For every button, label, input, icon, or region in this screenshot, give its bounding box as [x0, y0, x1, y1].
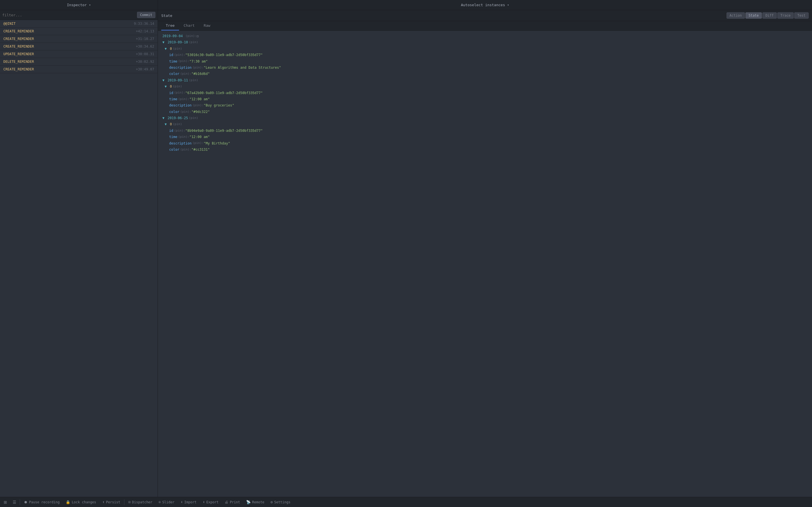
dispatcher-label: Dispatcher: [132, 500, 152, 504]
tree-line[interactable]: time (pin): "12:00 am": [158, 96, 812, 102]
tree-arrow[interactable]: ▼: [165, 46, 168, 52]
event-item[interactable]: CREATE_REMINDER +31:10.27: [0, 35, 158, 43]
settings-icon: ⚙: [271, 500, 273, 504]
tree-arrow[interactable]: ▼: [162, 40, 166, 45]
persist-icon: ⬆: [102, 500, 105, 504]
tree-line[interactable]: color (pin): "#9dc322": [158, 109, 812, 115]
tab-btn-trace[interactable]: Trace: [777, 12, 794, 18]
view-tab-chart[interactable]: Chart: [179, 21, 199, 31]
settings-label: Settings: [274, 500, 290, 504]
event-list: @@INIT 9:33:36.14 CREATE_REMINDER +42:14…: [0, 20, 158, 497]
import-label: Import: [185, 500, 197, 504]
tree-line[interactable]: color (pin): "#b16d6d": [158, 71, 812, 77]
autoselect-header: Autoselect instances ▾: [158, 0, 812, 10]
state-title: State: [161, 13, 172, 18]
tab-btn-test[interactable]: Test: [794, 12, 809, 18]
event-item[interactable]: CREATE_REMINDER +30:34.62: [0, 43, 158, 50]
grid-icon-button[interactable]: ⊞: [1, 498, 10, 506]
filter-input[interactable]: [2, 13, 137, 17]
tab-buttons: ActionStateDiffTraceTest: [726, 12, 809, 18]
import-button[interactable]: ⬇ Import: [178, 499, 199, 505]
slider-icon: ⊙: [159, 500, 161, 504]
event-item[interactable]: CREATE_REMINDER +42:14.13: [0, 27, 158, 35]
list-icon: ☰: [13, 500, 16, 504]
right-panel-header: State ActionStateDiffTraceTest: [158, 10, 812, 21]
tree-content: 2019-09-04 (pin): ☐▼ 2019-09-10 (pin)▼ 0…: [158, 31, 812, 497]
separator-2: [124, 499, 124, 505]
tree-line[interactable]: id (pin): "53016c30-9a89-11e9-adb7-2d50b…: [158, 52, 812, 58]
tab-btn-action[interactable]: Action: [726, 12, 745, 18]
grid-icon: ⊞: [4, 500, 7, 504]
view-tabs: TreeChartRaw: [158, 21, 812, 31]
event-item[interactable]: DELETE_REMINDER +30:02.92: [0, 58, 158, 66]
event-time: +30:02.92: [136, 60, 154, 64]
export-label: Export: [206, 500, 218, 504]
list-icon-button[interactable]: ☰: [10, 498, 18, 506]
print-icon: 🖨: [225, 500, 229, 504]
main-layout: Commit @@INIT 9:33:36.14 CREATE_REMINDER…: [0, 10, 812, 497]
tree-arrow[interactable]: ▼: [162, 115, 166, 121]
tree-arrow[interactable]: ▼: [165, 121, 168, 127]
print-button[interactable]: 🖨 Print: [222, 499, 243, 505]
remote-icon: 📡: [246, 500, 251, 504]
inspector-chevron-icon[interactable]: ▾: [89, 3, 91, 6]
inspector-header: Inspector ▾: [0, 0, 158, 10]
separator-1: [20, 499, 20, 505]
slider-button[interactable]: ⊙ Slider: [156, 499, 177, 505]
autoselect-chevron-icon[interactable]: ▾: [507, 3, 509, 6]
event-item[interactable]: UPDATE_REMINDER +30:08.31: [0, 50, 158, 58]
tree-line[interactable]: ▼ 0 (pin): [158, 121, 812, 127]
lock-icon: 🔒: [66, 500, 70, 504]
tree-arrow[interactable]: ▼: [162, 77, 166, 83]
settings-button[interactable]: ⚙ Settings: [268, 499, 294, 505]
view-tab-tree[interactable]: Tree: [161, 21, 179, 31]
tree-arrow[interactable]: ▼: [165, 83, 168, 89]
remote-label: Remote: [252, 500, 264, 504]
remote-button[interactable]: 📡 Remote: [243, 499, 267, 505]
event-time: +31:10.27: [136, 37, 154, 41]
pause-recording-button[interactable]: ⏺ Pause recording: [21, 499, 62, 505]
event-name: DELETE_REMINDER: [3, 60, 34, 64]
commit-button[interactable]: Commit: [137, 12, 155, 18]
filter-row: Commit: [0, 10, 158, 20]
tree-line[interactable]: id (pin): "8b94e9a0-9a89-11e9-adb7-2d50b…: [158, 128, 812, 134]
tree-line[interactable]: color (pin): "#cc3131": [158, 147, 812, 153]
left-panel: Commit @@INIT 9:33:36.14 CREATE_REMINDER…: [0, 10, 158, 497]
tab-btn-state[interactable]: State: [746, 12, 762, 18]
event-item[interactable]: @@INIT 9:33:36.14: [0, 20, 158, 27]
print-label: Print: [230, 500, 240, 504]
persist-button[interactable]: ⬆ Persist: [100, 499, 123, 505]
tree-line[interactable]: description (pin): "Learn Algorithms and…: [158, 64, 812, 71]
tree-line[interactable]: id (pin): "67a42b00-9a89-11e9-adb7-2d50b…: [158, 90, 812, 96]
slider-label: Slider: [162, 500, 174, 504]
tree-line[interactable]: ▼ 2019-06-25 (pin): [158, 115, 812, 121]
tree-line[interactable]: time (pin): "12:00 am": [158, 134, 812, 140]
lock-changes-button[interactable]: 🔒 Lock changes: [63, 499, 99, 505]
tree-line[interactable]: ▼ 2019-09-11 (pin): [158, 77, 812, 83]
event-name: CREATE_REMINDER: [3, 45, 34, 48]
export-button[interactable]: ⬇ Export: [200, 499, 221, 505]
view-tab-raw[interactable]: Raw: [199, 21, 214, 31]
dispatcher-button[interactable]: ⊡ Dispatcher: [125, 499, 155, 505]
top-header: Inspector ▾ Autoselect instances ▾: [0, 0, 812, 10]
event-time: +42:14.13: [136, 29, 154, 33]
tree-line[interactable]: ▼ 0 (pin): [158, 46, 812, 52]
autoselect-title: Autoselect instances: [461, 3, 505, 7]
persist-label: Persist: [106, 500, 120, 504]
event-item[interactable]: CREATE_REMINDER +30:49.07: [0, 66, 158, 73]
event-name: CREATE_REMINDER: [3, 67, 34, 71]
event-time: +30:34.62: [136, 45, 154, 48]
tree-line[interactable]: ▼ 2019-09-10 (pin): [158, 39, 812, 45]
event-name: @@INIT: [3, 22, 15, 25]
tree-line[interactable]: 2019-09-04 (pin): ☐: [158, 33, 812, 39]
event-time: +30:49.07: [136, 67, 154, 71]
inspector-title: Inspector: [67, 3, 87, 7]
tree-line[interactable]: ▼ 0 (pin): [158, 83, 812, 90]
event-name: CREATE_REMINDER: [3, 37, 34, 41]
tree-line[interactable]: description (pin): "Buy groceries": [158, 102, 812, 108]
tree-line[interactable]: description (pin): "My Birthday": [158, 140, 812, 147]
tab-btn-diff[interactable]: Diff: [762, 12, 777, 18]
right-panel: State ActionStateDiffTraceTest TreeChart…: [158, 10, 812, 497]
tree-line[interactable]: time (pin): "7:30 am": [158, 58, 812, 64]
event-time: 9:33:36.14: [134, 22, 154, 25]
